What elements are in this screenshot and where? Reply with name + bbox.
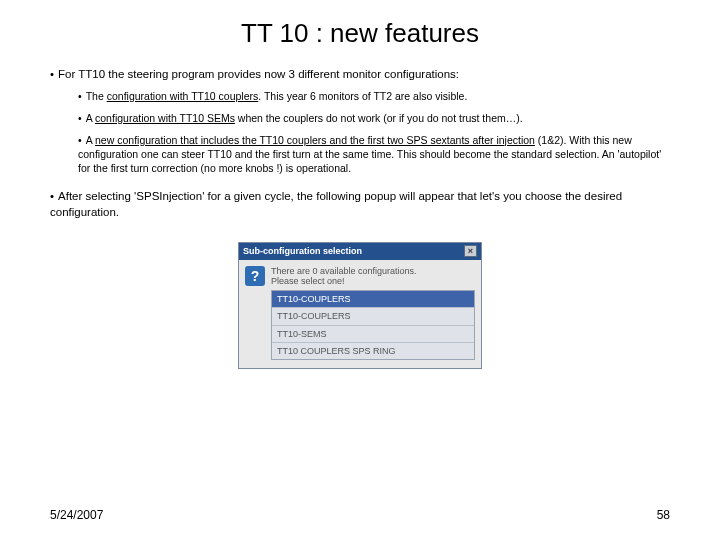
bullet-main-1: •For TT10 the steering program provides … (50, 67, 670, 83)
b1b-pre: A (86, 112, 95, 124)
bullet-icon: • (78, 112, 82, 124)
bullet-main-2-text: After selecting 'SPSInjection' for a giv… (50, 190, 622, 218)
question-icon: ? (245, 266, 265, 286)
dialog-option[interactable]: TT10 COUPLERS SPS RING (272, 343, 474, 359)
dialog-right: There are 0 available configurations. Pl… (271, 266, 475, 360)
bullet-sub-1c: •A new configuration that includes the T… (78, 133, 670, 176)
footer-date: 5/24/2007 (50, 508, 103, 522)
bullet-main-1-text: For TT10 the steering program provides n… (58, 68, 459, 80)
b1c-underline: new configuration that includes the TT10… (95, 134, 535, 146)
dialog-message-1: There are 0 available configurations. (271, 266, 475, 276)
b1b-post: when the couplers do not work (or if you… (235, 112, 523, 124)
close-icon[interactable]: × (464, 245, 477, 257)
bullet-sub-1b: •A configuration with TT10 SEMs when the… (78, 111, 670, 125)
dialog-option[interactable]: TT10-SEMS (272, 326, 474, 343)
b1a-pre: The (86, 90, 107, 102)
slide-title: TT 10 : new features (0, 18, 720, 49)
dialog-option-list: TT10-COUPLERS TT10-COUPLERS TT10-SEMS TT… (271, 290, 475, 360)
dialog-title-text: Sub-configuration selection (243, 245, 362, 257)
bullet-main-2: •After selecting 'SPSInjection' for a gi… (50, 189, 670, 220)
b1b-underline: configuration with TT10 SEMs (95, 112, 235, 124)
dialog-option[interactable]: TT10-COUPLERS (272, 291, 474, 308)
bullet-icon: • (50, 190, 54, 202)
b1a-underline: configuration with TT10 couplers (107, 90, 259, 102)
dialog-message-2: Please select one! (271, 276, 475, 286)
footer-page-number: 58 (657, 508, 670, 522)
bullet-icon: • (78, 134, 82, 146)
b1a-post: . This year 6 monitors of TT2 are also v… (258, 90, 467, 102)
bullet-icon: • (50, 68, 54, 80)
dialog-titlebar: Sub-configuration selection × (239, 243, 481, 259)
bullet-icon: • (78, 90, 82, 102)
dialog-window: Sub-configuration selection × ? There ar… (238, 242, 482, 368)
dialog-body: ? There are 0 available configurations. … (239, 260, 481, 368)
b1c-pre: A (86, 134, 95, 146)
dialog-option[interactable]: TT10-COUPLERS (272, 308, 474, 325)
slide-content: •For TT10 the steering program provides … (0, 67, 720, 369)
dialog-preview: Sub-configuration selection × ? There ar… (238, 242, 482, 368)
bullet-sub-1a: •The configuration with TT10 couplers. T… (78, 89, 670, 103)
